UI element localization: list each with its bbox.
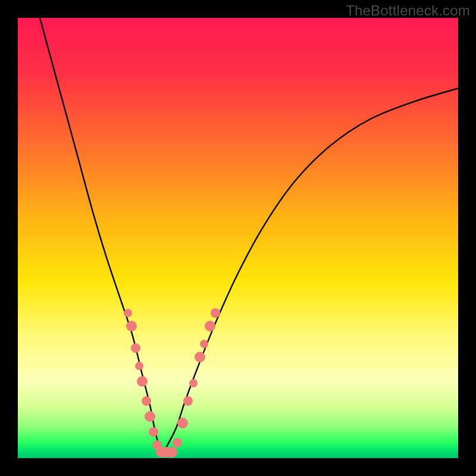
scatter-dot xyxy=(124,309,132,317)
curve-layer xyxy=(18,18,458,458)
scatter-dot xyxy=(135,362,143,370)
scatter-dot xyxy=(131,343,140,353)
plot-area xyxy=(18,18,458,458)
scatter-dot xyxy=(126,321,137,331)
scatter-dot xyxy=(189,379,198,387)
scatter-dot xyxy=(142,396,151,406)
bottleneck-curve xyxy=(40,18,458,454)
scatter-dot xyxy=(195,352,205,362)
scatter-dot xyxy=(205,321,215,331)
scatter-dot xyxy=(145,411,155,422)
scatter-dot xyxy=(211,308,220,318)
scatter-dot xyxy=(137,376,148,387)
scatter-dot xyxy=(200,340,208,348)
scatter-dot xyxy=(173,438,182,447)
chart-frame: TheBottleneck.com xyxy=(0,0,476,476)
scatter-dot xyxy=(167,447,177,458)
watermark-text: TheBottleneck.com xyxy=(346,2,470,19)
scatter-dot xyxy=(183,396,193,406)
scatter-dot xyxy=(149,427,158,437)
scatter-dot xyxy=(177,418,188,428)
